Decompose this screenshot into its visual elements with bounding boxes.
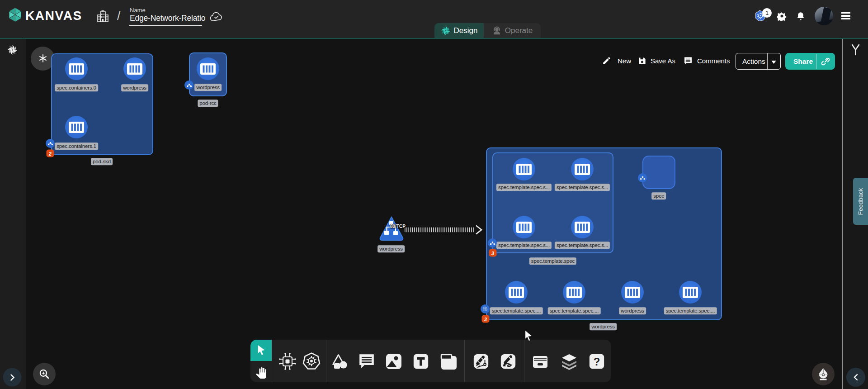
svg-text:?: ? [594,356,600,368]
